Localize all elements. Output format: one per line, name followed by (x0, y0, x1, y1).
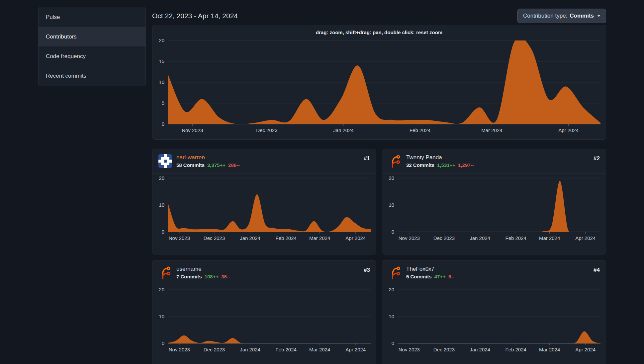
svg-text:20: 20 (389, 176, 394, 181)
avatar-forgejo-logo[interactable] (388, 154, 402, 168)
commit-count: 5 Commits (406, 274, 432, 279)
svg-text:0: 0 (162, 121, 164, 127)
svg-text:Feb 2024: Feb 2024 (276, 347, 297, 352)
sidebar-item-code-frequency[interactable]: Code frequency (39, 46, 145, 66)
rank-badge: #3 (364, 267, 370, 273)
contributors-grid: earl-warren 58 Commits 3,375++ 286-- #1 … (152, 149, 606, 364)
contributor-name-link[interactable]: username (176, 266, 230, 272)
svg-text:0: 0 (162, 340, 164, 346)
svg-text:15: 15 (159, 58, 164, 64)
contributor-chart[interactable]: 01020Nov 2023Dec 2023Jan 2024Feb 2024Mar… (152, 287, 376, 355)
additions-count: 108++ (205, 274, 219, 279)
commit-count: 58 Commits (176, 162, 205, 168)
contributor-info: earl-warren 58 Commits 3,375++ 286-- (176, 154, 240, 168)
svg-text:20: 20 (159, 38, 164, 43)
svg-text:0: 0 (392, 340, 394, 346)
page: Pulse Contributors Code frequency Recent… (0, 0, 644, 364)
svg-text:Jan 2024: Jan 2024 (333, 127, 354, 133)
contributor-info: TheFox0x7 5 Commits 47++ 6-- (406, 266, 454, 279)
contributor-chart[interactable]: 01020Nov 2023Dec 2023Jan 2024Feb 2024Mar… (382, 287, 606, 355)
contributor-chart[interactable]: 01020Nov 2023Dec 2023Jan 2024Feb 2024Mar… (382, 176, 606, 244)
chart-zoom-hint: drag: zoom, shift+drag: pan, double clic… (152, 29, 606, 38)
main-activity-chart[interactable]: 05101520Nov 2023Dec 2023Jan 2024Feb 2024… (152, 38, 606, 136)
contribution-type-label: Contribution type: (523, 13, 567, 19)
svg-text:Feb 2024: Feb 2024 (506, 235, 526, 241)
svg-text:Apr 2024: Apr 2024 (575, 347, 596, 352)
svg-text:Feb 2024: Feb 2024 (276, 235, 297, 241)
contributor-info: Twenty Panda 32 Commits 1,531++ 1,297-- (406, 154, 474, 168)
svg-text:Apr 2024: Apr 2024 (575, 235, 596, 241)
svg-text:Apr 2024: Apr 2024 (345, 347, 366, 352)
sidebar-item-pulse[interactable]: Pulse (39, 7, 145, 27)
contributor-name-link[interactable]: Twenty Panda (406, 154, 474, 161)
deletions-count: 1,297-- (458, 162, 474, 168)
contributor-card-header: TheFox0x7 5 Commits 47++ 6-- #4 (382, 260, 606, 285)
svg-text:10: 10 (159, 314, 164, 319)
rank-badge: #1 (364, 155, 370, 162)
contributor-stats: 7 Commits 108++ 36-- (176, 274, 230, 279)
avatar-identicon[interactable] (158, 154, 172, 168)
deletions-count: 286-- (228, 162, 240, 168)
sidebar-item-recent-commits[interactable]: Recent commits (39, 66, 145, 86)
svg-text:Nov 2023: Nov 2023 (169, 235, 190, 241)
date-range-title: Oct 22, 2023 - Apr 14, 2024 (152, 12, 238, 20)
svg-text:Jan 2024: Jan 2024 (240, 235, 260, 241)
contributor-stats: 5 Commits 47++ 6-- (406, 274, 454, 279)
svg-text:Jan 2024: Jan 2024 (470, 235, 490, 241)
svg-text:Mar 2024: Mar 2024 (309, 347, 330, 352)
contribution-type-dropdown[interactable]: Contribution type: Commits (517, 9, 606, 23)
contributor-card: TheFox0x7 5 Commits 47++ 6-- #4 01020Nov… (382, 260, 606, 364)
avatar-forgejo-logo[interactable] (388, 266, 402, 279)
contributor-stats: 58 Commits 3,375++ 286-- (176, 162, 240, 168)
deletions-count: 36-- (221, 274, 230, 279)
svg-text:Mar 2024: Mar 2024 (309, 235, 330, 241)
commit-count: 7 Commits (176, 274, 202, 279)
svg-text:10: 10 (159, 79, 164, 85)
avatar-forgejo-logo[interactable] (158, 266, 172, 279)
svg-text:0: 0 (392, 229, 394, 235)
contributor-stats: 32 Commits 1,531++ 1,297-- (406, 162, 474, 168)
chevron-down-icon (597, 15, 600, 17)
svg-text:Nov 2023: Nov 2023 (169, 347, 190, 352)
sidebar-menu: Pulse Contributors Code frequency Recent… (38, 7, 146, 86)
svg-text:10: 10 (159, 202, 164, 208)
svg-text:10: 10 (389, 202, 394, 208)
rank-badge: #4 (594, 267, 600, 273)
contributor-card: earl-warren 58 Commits 3,375++ 286-- #1 … (152, 149, 376, 255)
svg-text:Dec 2023: Dec 2023 (204, 235, 225, 241)
contributor-name-link[interactable]: TheFox0x7 (406, 266, 454, 272)
svg-text:Mar 2024: Mar 2024 (539, 347, 560, 352)
svg-text:Nov 2023: Nov 2023 (182, 127, 203, 133)
sidebar-item-contributors[interactable]: Contributors (39, 27, 145, 46)
svg-text:5: 5 (162, 100, 164, 106)
contributor-card-header: earl-warren 58 Commits 3,375++ 286-- #1 (152, 149, 376, 174)
svg-text:Nov 2023: Nov 2023 (399, 235, 420, 241)
contributor-info: username 7 Commits 108++ 36-- (176, 266, 230, 279)
contributor-card-header: Twenty Panda 32 Commits 1,531++ 1,297-- … (382, 149, 606, 174)
svg-text:Dec 2023: Dec 2023 (433, 235, 455, 241)
svg-text:20: 20 (159, 287, 164, 292)
commit-count: 32 Commits (406, 162, 434, 168)
svg-text:20: 20 (159, 176, 164, 181)
activity-chart-card: drag: zoom, shift+drag: pan, double clic… (152, 25, 606, 140)
svg-text:Feb 2024: Feb 2024 (410, 127, 430, 133)
svg-text:10: 10 (389, 314, 394, 319)
additions-count: 47++ (434, 274, 446, 279)
svg-text:Jan 2024: Jan 2024 (470, 347, 490, 352)
additions-count: 1,531++ (437, 162, 455, 168)
svg-text:Apr 2024: Apr 2024 (558, 127, 579, 133)
svg-text:Dec 2023: Dec 2023 (204, 347, 225, 352)
contributor-card: username 7 Commits 108++ 36-- #3 01020No… (152, 260, 376, 364)
additions-count: 3,375++ (207, 162, 226, 168)
svg-text:Mar 2024: Mar 2024 (539, 235, 560, 241)
svg-text:Dec 2023: Dec 2023 (433, 347, 455, 352)
contribution-type-value: Commits (570, 13, 594, 19)
svg-text:Mar 2024: Mar 2024 (481, 127, 502, 133)
svg-text:Apr 2024: Apr 2024 (345, 235, 366, 241)
contributor-name-link[interactable]: earl-warren (176, 154, 240, 161)
contributor-chart[interactable]: 01020Nov 2023Dec 2023Jan 2024Feb 2024Mar… (152, 176, 376, 244)
contributor-card-header: username 7 Commits 108++ 36-- #3 (152, 260, 376, 285)
svg-text:Nov 2023: Nov 2023 (399, 347, 420, 352)
svg-text:Feb 2024: Feb 2024 (506, 347, 526, 352)
contributor-card: Twenty Panda 32 Commits 1,531++ 1,297-- … (382, 149, 606, 255)
